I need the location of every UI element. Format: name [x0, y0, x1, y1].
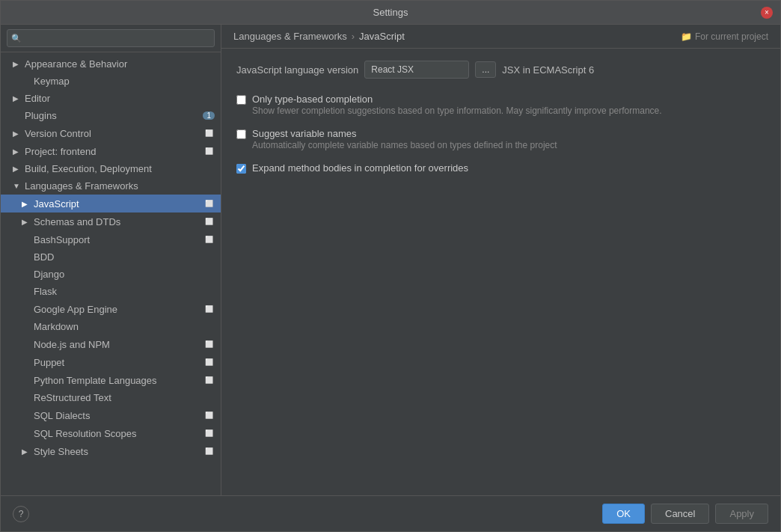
- sidebar-item-sql-dialects[interactable]: SQL Dialects ⬜: [1, 406, 221, 424]
- sidebar-item-bdd[interactable]: BDD: [1, 248, 221, 266]
- sidebar-item-label: BashSupport: [34, 234, 200, 245]
- lang-version-select[interactable]: React JSX ECMAScript 6 ECMAScript 5.1 JS…: [364, 61, 469, 79]
- ext-icon: ⬜: [203, 127, 215, 139]
- arrow-icon: ▶: [22, 447, 31, 456]
- checkbox-content-variable-names: Suggest variable names Automatically com…: [252, 128, 557, 152]
- ext-icon: ⬜: [203, 233, 215, 245]
- apply-button[interactable]: Apply: [715, 504, 768, 524]
- sidebar-item-label: BDD: [34, 251, 215, 263]
- checkbox-desc-type-completion: Show fewer completion suggestions based …: [252, 106, 662, 116]
- sidebar-item-label: Languages & Frameworks: [25, 180, 215, 192]
- sidebar-item-label: Keymap: [34, 76, 215, 87]
- ext-icon: ⬜: [203, 409, 215, 421]
- sidebar-item-restructured-text[interactable]: ReStructured Text: [1, 389, 221, 406]
- checkbox-expand-method[interactable]: [236, 164, 246, 174]
- arrow-icon: ▶: [13, 94, 22, 103]
- ext-icon: ⬜: [203, 338, 215, 350]
- breadcrumb-separator: ›: [352, 31, 355, 42]
- sidebar-item-editor[interactable]: ▶ Editor: [1, 90, 221, 107]
- sidebar-item-label: Version Control: [25, 128, 200, 139]
- sidebar-item-flask[interactable]: Flask: [1, 283, 221, 300]
- sidebar: 🔍 ▶ Appearance & Behavior Keymap ▶ Edito…: [1, 25, 221, 495]
- sidebar-item-google-app-engine[interactable]: Google App Engine ⬜: [1, 300, 221, 318]
- ext-icon: ⬜: [203, 356, 215, 368]
- search-input[interactable]: [7, 29, 215, 47]
- checkbox-label-type-completion[interactable]: Only type-based completion: [252, 94, 662, 105]
- sidebar-item-markdown[interactable]: Markdown: [1, 318, 221, 335]
- sidebar-item-label: ReStructured Text: [34, 392, 215, 403]
- ext-icon: ⬜: [203, 445, 215, 457]
- arrow-icon: ▶: [22, 218, 31, 226]
- arrow-icon: ▶: [22, 200, 31, 208]
- sidebar-item-label: Python Template Languages: [34, 375, 200, 386]
- arrow-icon: ▶: [13, 165, 22, 173]
- sidebar-list: ▶ Appearance & Behavior Keymap ▶ Editor …: [1, 52, 221, 495]
- sidebar-item-appearance[interactable]: ▶ Appearance & Behavior: [1, 55, 221, 73]
- sidebar-item-label: Style Sheets: [34, 446, 200, 457]
- plugins-badge: 1: [203, 111, 215, 120]
- close-icon: ×: [765, 8, 769, 16]
- dots-button[interactable]: ...: [475, 61, 496, 78]
- checkbox-content-expand-method: Expand method bodies in completion for o…: [252, 162, 468, 174]
- ext-icon: ⬜: [203, 198, 215, 210]
- checkbox-label-variable-names[interactable]: Suggest variable names: [252, 128, 557, 139]
- sidebar-item-label: Django: [34, 269, 215, 280]
- checkbox-row-type-completion: Only type-based completion Show fewer co…: [236, 94, 765, 117]
- sidebar-item-label: SQL Dialects: [34, 410, 200, 421]
- sidebar-item-project-frontend[interactable]: ▶ Project: frontend ⬜: [1, 142, 221, 160]
- sidebar-item-label: Google App Engine: [34, 304, 200, 315]
- breadcrumb-bar: Languages & Frameworks › JavaScript 📁 Fo…: [221, 25, 780, 49]
- sidebar-item-label: Schemas and DTDs: [34, 216, 200, 227]
- breadcrumb-parent: Languages & Frameworks: [233, 31, 347, 42]
- sidebar-item-label: Puppet: [34, 357, 200, 368]
- checkbox-label-expand-method[interactable]: Expand method bodies in completion for o…: [252, 162, 468, 174]
- ext-icon: ⬜: [203, 303, 215, 315]
- sidebar-item-bashsupport[interactable]: BashSupport ⬜: [1, 230, 221, 248]
- sidebar-item-label: JavaScript: [34, 198, 200, 210]
- arrow-icon: ▶: [13, 147, 22, 156]
- checkbox-row-variable-names: Suggest variable names Automatically com…: [236, 128, 765, 152]
- sidebar-item-languages[interactable]: ▼ Languages & Frameworks: [1, 177, 221, 195]
- sidebar-item-python-template[interactable]: Python Template Languages ⬜: [1, 371, 221, 389]
- help-button[interactable]: ?: [13, 506, 29, 522]
- search-wrapper: 🔍: [7, 29, 215, 47]
- for-current-project: 📁 For current project: [681, 31, 768, 42]
- footer-bar: ? OK Cancel Apply: [1, 495, 780, 531]
- dialog-title: Settings: [373, 7, 408, 18]
- sidebar-item-nodejs-npm[interactable]: Node.js and NPM ⬜: [1, 335, 221, 353]
- title-bar: Settings ×: [1, 1, 780, 25]
- checkbox-content-type-completion: Only type-based completion Show fewer co…: [252, 94, 662, 117]
- sidebar-item-javascript[interactable]: ▶ JavaScript ⬜: [1, 195, 221, 213]
- ext-icon: ⬜: [203, 427, 215, 439]
- sidebar-item-schemas-dtds[interactable]: ▶ Schemas and DTDs ⬜: [1, 213, 221, 230]
- sidebar-item-label: Markdown: [34, 321, 215, 332]
- sidebar-item-django[interactable]: Django: [1, 266, 221, 283]
- close-button[interactable]: ×: [761, 7, 773, 19]
- sidebar-item-build-exec[interactable]: ▶ Build, Execution, Deployment: [1, 160, 221, 177]
- ext-icon: ⬜: [203, 374, 215, 386]
- search-bar: 🔍: [1, 25, 221, 52]
- sidebar-item-label: Build, Execution, Deployment: [25, 163, 215, 174]
- sidebar-item-plugins[interactable]: Plugins 1: [1, 107, 221, 124]
- sidebar-item-style-sheets[interactable]: ▶ Style Sheets ⬜: [1, 442, 221, 460]
- ok-button[interactable]: OK: [602, 504, 645, 524]
- ext-icon: ⬜: [203, 145, 215, 157]
- sidebar-item-label: Project: frontend: [25, 146, 200, 157]
- checkbox-row-expand-method: Expand method bodies in completion for o…: [236, 162, 765, 174]
- settings-dialog: Settings × 🔍 ▶ Appearance & Behavior: [0, 0, 781, 532]
- sidebar-item-version-control[interactable]: ▶ Version Control ⬜: [1, 124, 221, 142]
- sidebar-item-puppet[interactable]: Puppet ⬜: [1, 353, 221, 371]
- breadcrumb-current: JavaScript: [359, 31, 405, 42]
- lang-version-dropdown-wrapper: React JSX ECMAScript 6 ECMAScript 5.1 JS…: [364, 61, 469, 79]
- project-icon: 📁: [681, 31, 692, 42]
- arrow-icon: ▼: [13, 182, 22, 190]
- sidebar-item-sql-resolution[interactable]: SQL Resolution Scopes ⬜: [1, 424, 221, 442]
- sidebar-item-keymap[interactable]: Keymap: [1, 73, 221, 90]
- sidebar-item-label: Node.js and NPM: [34, 339, 200, 350]
- sidebar-item-label: Appearance & Behavior: [25, 58, 215, 70]
- checkbox-type-completion[interactable]: [236, 95, 246, 105]
- cancel-button[interactable]: Cancel: [651, 504, 709, 524]
- checkbox-variable-names[interactable]: [236, 129, 246, 139]
- sidebar-item-label: Flask: [34, 286, 215, 297]
- sidebar-item-label: SQL Resolution Scopes: [34, 428, 200, 439]
